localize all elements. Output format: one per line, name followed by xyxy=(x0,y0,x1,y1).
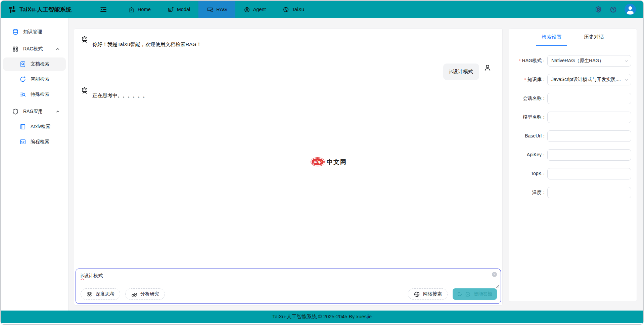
chat-panel: 你好！我是TaiXu智能，欢迎使用文档检索RAG！ js设计模式 xyxy=(74,28,503,306)
field-label: 模型名称： xyxy=(523,114,546,120)
rag-search-icon xyxy=(207,6,213,13)
submit-label: 智能答疑 xyxy=(474,291,493,297)
loading-spinner-icon xyxy=(457,292,462,296)
resize-handle-icon[interactable] xyxy=(496,285,499,288)
nav-item-label: Modal xyxy=(177,7,190,12)
app-window: TaiXu-人工智能系统 Home xyxy=(0,0,644,325)
deep-think-button[interactable]: 深度思考 xyxy=(81,288,120,300)
form-row-api-key: ApiKey： xyxy=(509,149,631,161)
form-row-knowledge-base: * 知识库： JavaScript设计模式与开发实践.... xyxy=(509,74,631,85)
field-label: TopK： xyxy=(531,171,546,177)
chevron-up-icon xyxy=(56,47,60,51)
topk-input[interactable] xyxy=(547,168,631,179)
session-name-input[interactable] xyxy=(547,93,631,104)
code-icon xyxy=(19,138,26,145)
submit-button[interactable]: 智能答疑 xyxy=(453,288,497,300)
database-icon xyxy=(12,29,19,35)
api-key-input[interactable] xyxy=(547,149,631,161)
main-nav: Home AI Modal xyxy=(120,1,313,18)
app-grid-icon xyxy=(12,46,19,52)
footer: TaiXu-人工智能系统 © 2025-2045 By xuesjie xyxy=(1,311,643,323)
refresh-icon xyxy=(19,76,26,83)
input-text: 设计模式 xyxy=(84,273,103,278)
temperature-input[interactable] xyxy=(547,187,631,198)
sidebar-item-label: Arxiv检索 xyxy=(31,124,50,130)
panel-tabs: 检索设置 历史对话 xyxy=(509,29,637,46)
help-icon[interactable] xyxy=(610,6,617,13)
clear-input-icon[interactable]: ✕ xyxy=(492,272,497,277)
nav-item-modal[interactable]: AI Modal xyxy=(159,1,199,18)
tab-search-settings[interactable]: 检索设置 xyxy=(536,29,567,46)
rag-mode-select[interactable]: NativeRAG（原生RAG） xyxy=(547,55,631,67)
sidebar-item-code-search[interactable]: 编程检索 xyxy=(3,135,66,149)
form-row-temperature: 温度： xyxy=(509,187,631,198)
globe-icon xyxy=(414,291,420,297)
research-nodes-icon xyxy=(131,291,137,297)
bot-message-row: 你好！我是TaiXu智能，欢迎使用文档检索RAG！ xyxy=(81,36,496,48)
web-search-label: 网络搜索 xyxy=(423,291,442,297)
message-input[interactable]: js设计模式 ✕ xyxy=(76,269,501,288)
nav-item-taixu[interactable]: TaiXu xyxy=(274,1,313,18)
form-row-model-name: 模型名称： xyxy=(509,112,631,123)
app-logo-icon xyxy=(8,5,16,13)
settings-panel: 检索设置 历史对话 * RAG模式： NativeRAG（原生RAG） * xyxy=(509,28,637,302)
sidebar-item-label: 知识管理 xyxy=(23,29,42,35)
form-row-session-name: 会话名称： xyxy=(509,93,631,104)
input-text-misspelled: js xyxy=(81,273,84,278)
brand: TaiXu-人工智能系统 xyxy=(8,5,72,13)
sidebar-item-label: 编程检索 xyxy=(31,139,49,145)
form-row-topk: TopK： xyxy=(509,168,631,179)
navbar-actions xyxy=(595,4,636,15)
bot-message-text: 你好！我是TaiXu智能，欢迎使用文档检索RAG！ xyxy=(92,41,201,48)
settings-form: * RAG模式： NativeRAG（原生RAG） * 知识库： JavaScr… xyxy=(509,46,637,198)
nav-item-agent[interactable]: Agent xyxy=(235,1,274,18)
sidebar-group-label: RAG模式 xyxy=(23,46,43,52)
model-name-input[interactable] xyxy=(547,112,631,123)
atom-icon xyxy=(86,291,93,297)
agent-icon xyxy=(244,6,250,13)
nav-item-label: Home xyxy=(138,7,151,12)
sidebar-item-label: 文档检索 xyxy=(31,61,49,67)
user-message-row: js设计模式 xyxy=(81,64,496,80)
required-asterisk: * xyxy=(524,77,526,82)
input-toolbar: 深度思考 分析研究 xyxy=(81,288,497,300)
watermark-site-text: 中文网 xyxy=(327,158,347,166)
field-label: RAG模式： xyxy=(522,58,546,64)
form-row-base-url: BaseUrl： xyxy=(509,130,631,142)
php-logo: php xyxy=(311,158,324,166)
chevron-down-icon xyxy=(624,78,629,82)
app-title: TaiXu-人工智能系统 xyxy=(19,6,72,13)
robot-icon xyxy=(81,87,89,95)
sidebar-group-rag-apps[interactable]: RAG应用 xyxy=(3,105,66,118)
content-area: 知识管理 RAG模式 xyxy=(1,18,643,311)
sidebar-item-doc-search[interactable]: 文档检索 xyxy=(3,57,66,71)
web-search-button[interactable]: 网络搜索 xyxy=(408,288,448,300)
sidebar-item-label: 特殊检索 xyxy=(31,91,49,97)
sidebar-item-special-search[interactable]: 特殊检索 xyxy=(3,88,66,101)
sidebar-group-rag-mode[interactable]: RAG模式 xyxy=(3,42,66,56)
deep-think-label: 深度思考 xyxy=(96,291,114,297)
menu-fold-icon[interactable] xyxy=(100,6,107,13)
base-url-input[interactable] xyxy=(547,130,631,142)
settings-gear-icon[interactable] xyxy=(595,6,602,13)
sidebar-item-knowledge[interactable]: 知识管理 xyxy=(3,25,66,39)
analyze-research-button[interactable]: 分析研究 xyxy=(125,288,165,300)
nav-item-rag[interactable]: RAG xyxy=(198,1,235,18)
ai-model-icon: AI xyxy=(168,6,174,13)
sidebar-item-arxiv-search[interactable]: Arxiv检索 xyxy=(3,120,66,133)
sidebar: 知识管理 RAG模式 xyxy=(1,18,68,311)
select-value: JavaScript设计模式与开发实践.... xyxy=(551,77,621,83)
chat-input-container: js设计模式 ✕ xyxy=(76,269,501,304)
tab-history[interactable]: 历史对话 xyxy=(579,29,609,46)
list-search-icon xyxy=(19,91,26,98)
field-label: 知识库： xyxy=(527,77,546,83)
knowledge-base-select[interactable]: JavaScript设计模式与开发实践.... xyxy=(547,74,631,85)
robot-icon xyxy=(81,36,89,44)
user-avatar[interactable] xyxy=(625,4,636,15)
field-label: BaseUrl： xyxy=(525,133,546,139)
svg-text:AI: AI xyxy=(169,8,171,11)
sidebar-item-smart-search[interactable]: 智能检索 xyxy=(3,73,66,86)
bottom-strip xyxy=(1,323,643,324)
php-cn-watermark: php 中文网 xyxy=(311,158,347,166)
nav-item-home[interactable]: Home xyxy=(120,1,159,18)
